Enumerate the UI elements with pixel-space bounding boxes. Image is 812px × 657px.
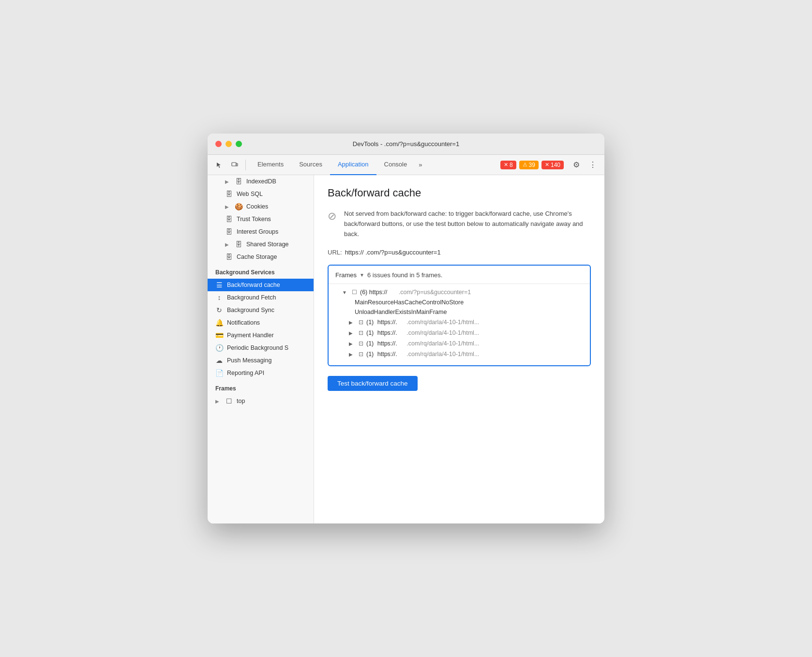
frames-label: Frames bbox=[335, 271, 357, 279]
sub-frame-row-1[interactable]: ▶ ⊡ (1) https://. .com/rq/darla/4-10-1/h… bbox=[329, 328, 590, 338]
sidebar-item-payment-handler[interactable]: 💳 Payment Handler bbox=[208, 329, 314, 342]
frames-box-header: Frames ▼ 6 issues found in 5 frames. bbox=[329, 271, 590, 284]
url-row: URL: https:// .com/?p=us&guccounter=1 bbox=[328, 249, 591, 256]
frames-box: Frames ▼ 6 issues found in 5 frames. ▼ ☐… bbox=[328, 265, 591, 366]
interest-groups-icon: 🗄 bbox=[225, 228, 233, 236]
content-area: Back/forward cache ⊘ Not served from bac… bbox=[314, 175, 604, 523]
info-blocked-icon: ⊘ bbox=[328, 210, 336, 223]
sidebar-item-background-fetch[interactable]: ↕ Background Fetch bbox=[208, 291, 314, 304]
web-sql-icon: 🗄 bbox=[225, 190, 233, 198]
info-badge[interactable]: ✕ 140 bbox=[541, 161, 564, 169]
url-label: URL: bbox=[328, 249, 342, 256]
sidebar-item-indexed-db[interactable]: ▶ 🗄 IndexedDB bbox=[208, 175, 314, 188]
svg-rect-0 bbox=[232, 163, 236, 166]
url-value: https:// .com/?p=us&guccounter=1 bbox=[345, 249, 441, 256]
tab-application[interactable]: Application bbox=[330, 155, 376, 175]
sidebar-item-shared-storage[interactable]: ▶ 🗄 Shared Storage bbox=[208, 238, 314, 251]
sidebar-item-trust-tokens[interactable]: 🗄 Trust Tokens bbox=[208, 213, 314, 225]
push-messaging-icon: ☁ bbox=[215, 357, 223, 364]
info-box: ⊘ Not served from back/forward cache: to… bbox=[328, 209, 591, 239]
warning-badge[interactable]: ⚠ 39 bbox=[519, 161, 539, 169]
main-frame-expand-icon: ▼ bbox=[342, 290, 349, 295]
indexed-db-icon: 🗄 bbox=[235, 178, 242, 185]
maximize-button[interactable] bbox=[236, 141, 242, 147]
sidebar-item-periodic-background[interactable]: 🕐 Periodic Background S bbox=[208, 342, 314, 354]
expand-arrow-icon: ▶ bbox=[215, 399, 221, 404]
frames-count: 6 issues found in 5 frames. bbox=[367, 271, 442, 279]
main-frame-text: (6) https:// .com/?p=us&guccounter=1 bbox=[360, 289, 471, 296]
sidebar: ▶ 🗄 IndexedDB 🗄 Web SQL ▶ 🍪 Cookies 🗄 Tr… bbox=[208, 175, 314, 523]
reporting-api-icon: 📄 bbox=[215, 369, 223, 377]
back-forward-cache-icon: ☰ bbox=[215, 281, 223, 289]
sub-frame-icon: ⊡ bbox=[359, 329, 363, 336]
window-title: DevTools - .com/?p=us&guccounter=1 bbox=[353, 140, 459, 148]
sub-frame-text: (1) https://. .com/rq/darla/4-10-1/html.… bbox=[366, 351, 479, 358]
main-frame-row[interactable]: ▼ ☐ (6) https:// .com/?p=us&guccounter=1 bbox=[329, 287, 590, 298]
frame-icon: ☐ bbox=[225, 397, 233, 405]
sub-frame-row-0[interactable]: ▶ ⊡ (1) https://. .com/rq/darla/4-10-1/h… bbox=[329, 317, 590, 328]
tab-bar: Elements Sources Application Console » bbox=[250, 155, 498, 175]
window-controls bbox=[215, 141, 242, 147]
issue-row-1: MainResourceHasCacheControlNoStore bbox=[329, 298, 590, 307]
tab-elements[interactable]: Elements bbox=[250, 155, 291, 175]
titlebar: DevTools - .com/?p=us&guccounter=1 bbox=[208, 134, 604, 155]
main-frame-window-icon: ☐ bbox=[352, 289, 357, 296]
sidebar-item-cookies[interactable]: ▶ 🍪 Cookies bbox=[208, 200, 314, 213]
test-button[interactable]: Test back/forward cache bbox=[328, 376, 418, 391]
sidebar-item-reporting-api[interactable]: 📄 Reporting API bbox=[208, 367, 314, 379]
device-toggle-button[interactable] bbox=[228, 158, 241, 172]
sub-frame-text: (1) https://. .com/rq/darla/4-10-1/html.… bbox=[366, 340, 479, 347]
device-icon bbox=[231, 162, 238, 168]
error-badge[interactable]: ✕ 8 bbox=[500, 161, 516, 169]
background-fetch-icon: ↕ bbox=[215, 294, 223, 301]
sub-frame-icon: ⊡ bbox=[359, 340, 363, 347]
sidebar-item-background-sync[interactable]: ↻ Background Sync bbox=[208, 304, 314, 316]
sidebar-item-web-sql[interactable]: 🗄 Web SQL bbox=[208, 188, 314, 200]
sidebar-item-notifications[interactable]: 🔔 Notifications bbox=[208, 316, 314, 329]
cursor-tool-button[interactable] bbox=[212, 158, 226, 172]
sub-frame-expand-icon: ▶ bbox=[349, 352, 356, 357]
frames-section-label: Frames bbox=[208, 379, 314, 395]
sidebar-item-interest-groups[interactable]: 🗄 Interest Groups bbox=[208, 225, 314, 238]
badge-group: ✕ 8 ⚠ 39 ✕ 140 ⚙ ⋮ bbox=[500, 158, 600, 172]
expand-arrow-icon: ▶ bbox=[225, 179, 231, 184]
sub-frame-row-3[interactable]: ▶ ⊡ (1) https://. .com/rq/darla/4-10-1/h… bbox=[329, 349, 590, 359]
sub-frame-expand-icon: ▶ bbox=[349, 320, 356, 325]
periodic-background-icon: 🕐 bbox=[215, 344, 223, 352]
warning-icon: ⚠ bbox=[523, 162, 527, 168]
issue-row-2: UnloadHandlerExistsInMainFrame bbox=[329, 307, 590, 317]
svg-rect-1 bbox=[236, 164, 238, 166]
toolbar: Elements Sources Application Console » ✕… bbox=[208, 155, 604, 175]
cookies-icon: 🍪 bbox=[235, 203, 242, 210]
error-icon: ✕ bbox=[504, 162, 508, 168]
sidebar-item-cache-storage[interactable]: 🗄 Cache Storage bbox=[208, 251, 314, 263]
more-tabs-button[interactable]: » bbox=[415, 155, 426, 175]
toolbar-divider bbox=[245, 160, 246, 170]
close-button[interactable] bbox=[215, 141, 222, 147]
sidebar-item-top-frame[interactable]: ▶ ☐ top bbox=[208, 395, 314, 407]
info-description: Not served from back/forward cache: to t… bbox=[344, 209, 591, 239]
info-icon: ✕ bbox=[545, 162, 549, 168]
cursor-icon bbox=[216, 162, 223, 168]
minimize-button[interactable] bbox=[226, 141, 232, 147]
payment-handler-icon: 💳 bbox=[215, 331, 223, 339]
sidebar-item-back-forward-cache[interactable]: ☰ Back/forward cache bbox=[208, 279, 314, 291]
sub-frame-icon: ⊡ bbox=[359, 319, 363, 326]
cache-storage-icon: 🗄 bbox=[225, 253, 233, 261]
more-options-button[interactable]: ⋮ bbox=[586, 158, 600, 172]
sub-frame-expand-icon: ▶ bbox=[349, 341, 356, 346]
sub-frame-icon: ⊡ bbox=[359, 351, 363, 358]
sidebar-item-push-messaging[interactable]: ☁ Push Messaging bbox=[208, 354, 314, 367]
settings-button[interactable]: ⚙ bbox=[570, 158, 583, 172]
page-title: Back/forward cache bbox=[328, 187, 591, 199]
expand-arrow-icon: ▶ bbox=[225, 242, 231, 247]
notifications-icon: 🔔 bbox=[215, 319, 223, 327]
tab-sources[interactable]: Sources bbox=[291, 155, 330, 175]
tab-console[interactable]: Console bbox=[376, 155, 415, 175]
devtools-window: DevTools - .com/?p=us&guccounter=1 Eleme… bbox=[208, 134, 604, 523]
sub-frame-expand-icon: ▶ bbox=[349, 330, 356, 336]
expand-arrow-icon: ▶ bbox=[225, 204, 231, 209]
frames-expand-icon: ▼ bbox=[360, 272, 364, 278]
sub-frame-row-2[interactable]: ▶ ⊡ (1) https://. .com/rq/darla/4-10-1/h… bbox=[329, 338, 590, 349]
trust-tokens-icon: 🗄 bbox=[225, 215, 233, 223]
